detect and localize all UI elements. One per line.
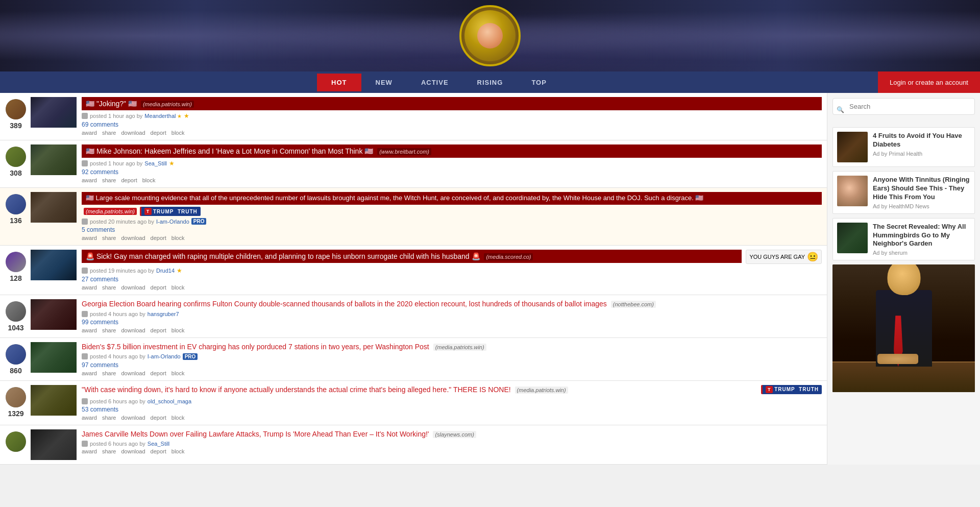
post-author-6[interactable]: I-am-Orlando [148,353,181,359]
post-thumb-2[interactable] [31,144,77,175]
avatar-2[interactable] [6,147,26,167]
action-share-4[interactable]: share [102,284,116,291]
action-award-2[interactable]: award [82,177,97,183]
post-title-1[interactable]: 🇺🇸 "Joking?" 🇺🇸 (media.patriots.win) [82,97,822,110]
action-award-6[interactable]: award [82,370,97,376]
action-award-8[interactable]: award [82,448,97,454]
post-meta-4: posted 19 minutes ago by Drud14 ★ [82,267,822,274]
action-download-4[interactable]: download [121,284,145,291]
comment-count-7[interactable]: 53 comments [82,406,822,413]
post-thumb-3[interactable] [31,192,77,223]
action-share-3[interactable]: share [102,235,116,241]
post-vote-7: 1329 [5,385,31,421]
post-thumb-7[interactable] [31,385,77,416]
action-deport-5[interactable]: deport [151,327,166,333]
ad-item-3[interactable]: The Secret Revealed: Why All Hummingbird… [832,218,975,261]
action-download-3[interactable]: download [121,235,145,241]
action-block-2[interactable]: block [142,177,156,183]
action-block-1[interactable]: block [172,130,185,136]
post-title-2[interactable]: 🇺🇸 Mike Johnson: Hakeem Jeffries and I '… [82,144,822,158]
action-deport-3[interactable]: deport [151,235,166,241]
post-title-5[interactable]: Georgia Election Board hearing confirms … [82,299,822,308]
action-block-5[interactable]: block [172,327,185,333]
search-input[interactable] [832,98,975,115]
avatar-5[interactable] [6,301,26,322]
tab-hot[interactable]: HOT [317,74,361,91]
comment-count-4[interactable]: 27 comments [82,276,822,283]
avatar-1[interactable] [6,99,26,119]
post-thumb-5[interactable] [31,299,77,330]
post-title-6[interactable]: Biden's $7.5 billion investment in EV ch… [82,342,822,351]
tab-active[interactable]: ACTIVE [407,74,463,91]
post-author-1[interactable]: Meanderthal [144,113,181,119]
post-thumb-4[interactable] [31,250,77,280]
comment-count-3[interactable]: 5 comments [82,226,822,233]
action-deport-1[interactable]: deport [151,130,166,136]
avatar-3[interactable] [6,194,26,214]
action-share-2[interactable]: share [102,177,116,183]
action-block-8[interactable]: block [172,448,185,454]
post-author-8[interactable]: Sea_Still [148,441,169,447]
post-author-5[interactable]: hansgruber7 [148,311,179,317]
login-button[interactable]: Login or create an account [878,71,980,93]
action-deport-4[interactable]: deport [151,284,166,291]
action-download-5[interactable]: download [121,327,145,333]
comment-count-5[interactable]: 99 comments [82,319,822,326]
action-share-8[interactable]: share [102,448,116,454]
action-download-1[interactable]: download [121,130,145,136]
ad-source-1: Ad by Primal Health [873,151,970,157]
post-thumb-1[interactable] [31,97,77,128]
comment-count-6[interactable]: 97 comments [82,361,822,369]
post-thumb-6[interactable] [31,342,77,373]
ad-title-3: The Secret Revealed: Why All Hummingbird… [873,223,970,249]
action-block-4[interactable]: block [172,284,185,291]
avatar-4[interactable] [6,252,26,272]
action-award-5[interactable]: award [82,327,97,333]
action-award-1[interactable]: award [82,130,97,136]
post-title-7[interactable]: "With case winding down, it's hard to kn… [82,385,757,394]
tab-new[interactable]: NEW [361,74,407,91]
action-deport-2[interactable]: deport [121,177,137,183]
action-deport-6[interactable]: deport [151,370,166,376]
action-download-6[interactable]: download [121,370,145,376]
tab-top[interactable]: TOP [517,74,561,91]
sidebar-trump-photo [832,264,975,392]
action-share-7[interactable]: share [102,415,116,421]
action-download-7[interactable]: download [121,415,145,421]
avatar-7[interactable] [6,387,26,407]
comment-count-1[interactable]: 69 comments [82,121,822,128]
vote-count-4: 128 [10,274,21,282]
ad-source-2: Ad by HealthMD News [873,203,970,209]
action-share-1[interactable]: share [102,130,116,136]
ad-item-1[interactable]: 4 Fruits to Avoid if You Have Diabetes A… [832,127,975,167]
action-award-4[interactable]: award [82,284,97,291]
post-author-4[interactable]: Drud14 [156,268,175,274]
post-title-8[interactable]: James Carville Melts Down over Failing L… [82,429,822,439]
post-author-2[interactable]: Sea_Still [144,160,166,166]
nav-bar: HOT NEW ACTIVE RISING TOP Login or creat… [0,71,980,93]
action-award-7[interactable]: award [82,415,97,421]
ad-item-2[interactable]: Anyone With Tinnitus (Ringing Ears) Shou… [832,171,975,214]
action-download-8[interactable]: download [121,448,145,454]
tab-rising[interactable]: RISING [463,74,518,91]
action-block-6[interactable]: block [172,370,185,376]
post-item: 308 🇺🇸 Mike Johnson: Hakeem Jeffries and… [0,140,827,188]
post-thumb-8[interactable] [31,429,77,460]
action-block-7[interactable]: block [172,415,185,421]
avatar-8[interactable] [6,431,26,452]
action-deport-8[interactable]: deport [151,448,166,454]
action-award-3[interactable]: award [82,235,97,241]
comment-count-2[interactable]: 92 comments [82,168,822,176]
post-author-3[interactable]: I-am-Orlando [156,219,189,225]
action-block-3[interactable]: block [172,235,185,241]
post-content-5: Georgia Election Board hearing confirms … [82,299,822,333]
post-title-4[interactable]: 🚨 Sick! Gay man charged with raping mult… [82,250,742,263]
post-title-3[interactable]: 🇺🇸 Large scale mounting evidence that al… [82,192,822,205]
action-share-5[interactable]: share [102,327,116,333]
action-deport-7[interactable]: deport [151,415,166,421]
avatar-6[interactable] [6,344,26,365]
post-author-7[interactable]: old_school_maga [148,398,191,404]
post-vote-5: 1043 [5,299,31,333]
post-actions-1: award share download deport block [82,130,822,136]
action-share-6[interactable]: share [102,370,116,376]
